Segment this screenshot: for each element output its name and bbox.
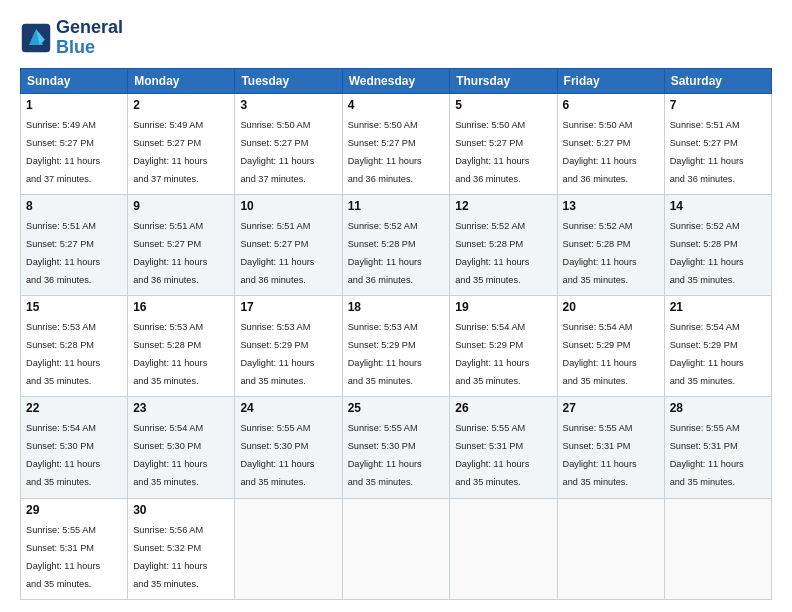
day-number: 29 (26, 503, 122, 517)
page: General Blue SundayMondayTuesdayWednesda… (0, 0, 792, 612)
day-number: 17 (240, 300, 336, 314)
calendar-header-row: SundayMondayTuesdayWednesdayThursdayFrid… (21, 68, 772, 93)
calendar-cell: 9 Sunrise: 5:51 AMSunset: 5:27 PMDayligh… (128, 194, 235, 295)
day-info: Sunrise: 5:53 AMSunset: 5:29 PMDaylight:… (240, 322, 314, 386)
calendar-cell (450, 498, 557, 599)
day-number: 27 (563, 401, 659, 415)
calendar-cell: 2 Sunrise: 5:49 AMSunset: 5:27 PMDayligh… (128, 93, 235, 194)
day-number: 14 (670, 199, 766, 213)
calendar-cell: 22 Sunrise: 5:54 AMSunset: 5:30 PMDaylig… (21, 397, 128, 498)
day-info: Sunrise: 5:52 AMSunset: 5:28 PMDaylight:… (563, 221, 637, 285)
calendar-cell: 14 Sunrise: 5:52 AMSunset: 5:28 PMDaylig… (664, 194, 771, 295)
day-info: Sunrise: 5:51 AMSunset: 5:27 PMDaylight:… (133, 221, 207, 285)
day-number: 21 (670, 300, 766, 314)
calendar-cell (235, 498, 342, 599)
calendar-cell: 26 Sunrise: 5:55 AMSunset: 5:31 PMDaylig… (450, 397, 557, 498)
day-info: Sunrise: 5:55 AMSunset: 5:31 PMDaylight:… (26, 525, 100, 589)
calendar-cell: 3 Sunrise: 5:50 AMSunset: 5:27 PMDayligh… (235, 93, 342, 194)
day-info: Sunrise: 5:53 AMSunset: 5:28 PMDaylight:… (133, 322, 207, 386)
day-number: 15 (26, 300, 122, 314)
day-number: 10 (240, 199, 336, 213)
day-info: Sunrise: 5:53 AMSunset: 5:28 PMDaylight:… (26, 322, 100, 386)
logo: General Blue (20, 18, 123, 58)
calendar-cell: 21 Sunrise: 5:54 AMSunset: 5:29 PMDaylig… (664, 296, 771, 397)
day-info: Sunrise: 5:51 AMSunset: 5:27 PMDaylight:… (670, 120, 744, 184)
calendar-cell: 28 Sunrise: 5:55 AMSunset: 5:31 PMDaylig… (664, 397, 771, 498)
calendar-day-header: Wednesday (342, 68, 450, 93)
calendar-cell: 6 Sunrise: 5:50 AMSunset: 5:27 PMDayligh… (557, 93, 664, 194)
calendar-cell: 8 Sunrise: 5:51 AMSunset: 5:27 PMDayligh… (21, 194, 128, 295)
calendar-day-header: Tuesday (235, 68, 342, 93)
calendar-cell: 10 Sunrise: 5:51 AMSunset: 5:27 PMDaylig… (235, 194, 342, 295)
calendar-cell (342, 498, 450, 599)
day-info: Sunrise: 5:55 AMSunset: 5:31 PMDaylight:… (563, 423, 637, 487)
calendar-cell: 25 Sunrise: 5:55 AMSunset: 5:30 PMDaylig… (342, 397, 450, 498)
calendar-cell: 5 Sunrise: 5:50 AMSunset: 5:27 PMDayligh… (450, 93, 557, 194)
calendar-table: SundayMondayTuesdayWednesdayThursdayFrid… (20, 68, 772, 600)
day-number: 28 (670, 401, 766, 415)
day-number: 24 (240, 401, 336, 415)
calendar-day-header: Monday (128, 68, 235, 93)
day-number: 11 (348, 199, 445, 213)
calendar-cell: 18 Sunrise: 5:53 AMSunset: 5:29 PMDaylig… (342, 296, 450, 397)
day-info: Sunrise: 5:51 AMSunset: 5:27 PMDaylight:… (26, 221, 100, 285)
calendar-cell: 7 Sunrise: 5:51 AMSunset: 5:27 PMDayligh… (664, 93, 771, 194)
calendar-cell: 23 Sunrise: 5:54 AMSunset: 5:30 PMDaylig… (128, 397, 235, 498)
day-number: 16 (133, 300, 229, 314)
day-info: Sunrise: 5:54 AMSunset: 5:30 PMDaylight:… (133, 423, 207, 487)
day-number: 23 (133, 401, 229, 415)
calendar-cell: 24 Sunrise: 5:55 AMSunset: 5:30 PMDaylig… (235, 397, 342, 498)
calendar-cell (557, 498, 664, 599)
day-info: Sunrise: 5:55 AMSunset: 5:31 PMDaylight:… (670, 423, 744, 487)
calendar-day-header: Thursday (450, 68, 557, 93)
day-info: Sunrise: 5:56 AMSunset: 5:32 PMDaylight:… (133, 525, 207, 589)
calendar-cell: 4 Sunrise: 5:50 AMSunset: 5:27 PMDayligh… (342, 93, 450, 194)
calendar-cell: 29 Sunrise: 5:55 AMSunset: 5:31 PMDaylig… (21, 498, 128, 599)
calendar-cell: 11 Sunrise: 5:52 AMSunset: 5:28 PMDaylig… (342, 194, 450, 295)
day-info: Sunrise: 5:52 AMSunset: 5:28 PMDaylight:… (455, 221, 529, 285)
day-info: Sunrise: 5:50 AMSunset: 5:27 PMDaylight:… (348, 120, 422, 184)
day-info: Sunrise: 5:50 AMSunset: 5:27 PMDaylight:… (240, 120, 314, 184)
calendar-day-header: Friday (557, 68, 664, 93)
day-number: 6 (563, 98, 659, 112)
day-info: Sunrise: 5:50 AMSunset: 5:27 PMDaylight:… (455, 120, 529, 184)
day-number: 7 (670, 98, 766, 112)
day-info: Sunrise: 5:55 AMSunset: 5:30 PMDaylight:… (348, 423, 422, 487)
day-info: Sunrise: 5:54 AMSunset: 5:29 PMDaylight:… (455, 322, 529, 386)
day-number: 3 (240, 98, 336, 112)
calendar-cell: 16 Sunrise: 5:53 AMSunset: 5:28 PMDaylig… (128, 296, 235, 397)
header: General Blue (20, 18, 772, 58)
day-info: Sunrise: 5:53 AMSunset: 5:29 PMDaylight:… (348, 322, 422, 386)
day-info: Sunrise: 5:51 AMSunset: 5:27 PMDaylight:… (240, 221, 314, 285)
day-number: 30 (133, 503, 229, 517)
day-number: 19 (455, 300, 551, 314)
day-number: 9 (133, 199, 229, 213)
logo-icon (20, 22, 52, 54)
day-number: 13 (563, 199, 659, 213)
day-info: Sunrise: 5:50 AMSunset: 5:27 PMDaylight:… (563, 120, 637, 184)
calendar-cell: 20 Sunrise: 5:54 AMSunset: 5:29 PMDaylig… (557, 296, 664, 397)
day-info: Sunrise: 5:49 AMSunset: 5:27 PMDaylight:… (26, 120, 100, 184)
calendar-cell: 30 Sunrise: 5:56 AMSunset: 5:32 PMDaylig… (128, 498, 235, 599)
day-info: Sunrise: 5:52 AMSunset: 5:28 PMDaylight:… (348, 221, 422, 285)
day-number: 25 (348, 401, 445, 415)
day-number: 5 (455, 98, 551, 112)
day-number: 22 (26, 401, 122, 415)
day-info: Sunrise: 5:55 AMSunset: 5:31 PMDaylight:… (455, 423, 529, 487)
day-info: Sunrise: 5:55 AMSunset: 5:30 PMDaylight:… (240, 423, 314, 487)
day-number: 26 (455, 401, 551, 415)
day-number: 4 (348, 98, 445, 112)
logo-text: General Blue (56, 18, 123, 58)
calendar-cell: 12 Sunrise: 5:52 AMSunset: 5:28 PMDaylig… (450, 194, 557, 295)
calendar-day-header: Saturday (664, 68, 771, 93)
day-number: 2 (133, 98, 229, 112)
calendar-day-header: Sunday (21, 68, 128, 93)
calendar-cell: 13 Sunrise: 5:52 AMSunset: 5:28 PMDaylig… (557, 194, 664, 295)
calendar-cell (664, 498, 771, 599)
calendar-cell: 1 Sunrise: 5:49 AMSunset: 5:27 PMDayligh… (21, 93, 128, 194)
calendar-cell: 27 Sunrise: 5:55 AMSunset: 5:31 PMDaylig… (557, 397, 664, 498)
day-info: Sunrise: 5:54 AMSunset: 5:29 PMDaylight:… (670, 322, 744, 386)
calendar-cell: 17 Sunrise: 5:53 AMSunset: 5:29 PMDaylig… (235, 296, 342, 397)
day-number: 18 (348, 300, 445, 314)
calendar-cell: 15 Sunrise: 5:53 AMSunset: 5:28 PMDaylig… (21, 296, 128, 397)
